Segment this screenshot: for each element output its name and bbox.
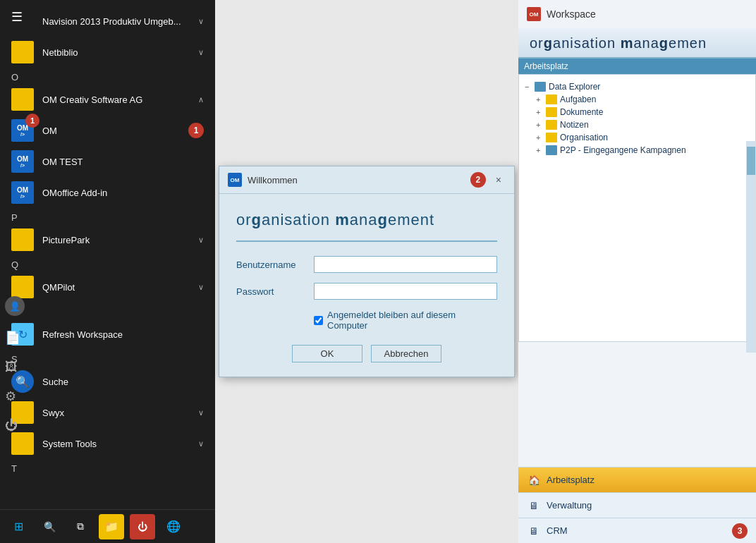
arbeitsplatz-label: Arbeitsplatz: [547, 475, 595, 485]
menu-item-qmpilot[interactable]: QMPilot ∨: [0, 272, 215, 303]
password-input[interactable]: [314, 283, 497, 300]
edge-button[interactable]: 🌐: [161, 514, 186, 539]
section-letter-t: T: [0, 459, 215, 475]
p2p-folder-icon: [546, 145, 557, 155]
scrollbar-thumb: [747, 147, 755, 175]
modal-logo-text: organisation management: [236, 211, 434, 228]
menu-item-picturepark-label: PicturePark: [42, 235, 198, 245]
menu-item-om-label: OM: [42, 126, 184, 136]
organisation-expander-icon: +: [536, 133, 546, 142]
system-tools-chevron-icon: ∨: [198, 439, 204, 449]
modal-body: organisation management Benutzername Pas…: [219, 194, 514, 377]
tree-item-notizen[interactable]: + Notizen: [522, 118, 752, 131]
windows-icon: ⊞: [14, 520, 23, 533]
netbiblio-icon: [11, 41, 34, 63]
password-label: Passwort: [236, 286, 314, 297]
power-taskbar-button[interactable]: ⏻: [130, 514, 155, 539]
menu-item-netbiblio[interactable]: Netbiblio ∨: [0, 37, 215, 68]
ok-button[interactable]: OK: [292, 345, 362, 362]
image-icon[interactable]: 🖼: [5, 360, 25, 374]
section-letter-r: R: [0, 303, 215, 319]
picturepark-chevron-icon: ∨: [198, 236, 204, 245]
hamburger-button[interactable]: ☰: [0, 0, 34, 34]
menu-item-om-test[interactable]: OM /> OM TEST: [0, 146, 215, 177]
menu-item-suche-label: Suche: [42, 377, 204, 387]
explorer-button[interactable]: 📁: [99, 514, 124, 539]
aufgaben-folder-icon: [546, 94, 557, 104]
swyx-chevron-icon: ∨: [198, 408, 204, 417]
tree-dokumente-label: Dokumente: [560, 107, 603, 117]
document-icon[interactable]: 📄: [5, 330, 25, 346]
remember-label: Angemeldet bleiben auf diesem Computer: [327, 310, 497, 331]
verwaltung-label: Verwaltung: [547, 500, 592, 511]
root-expander-icon: −: [525, 83, 535, 91]
section-letter-q: Q: [0, 255, 215, 272]
tree-organisation-label: Organisation: [560, 133, 608, 142]
step-1-badge: 1: [188, 123, 204, 138]
notizen-folder-icon: [546, 120, 557, 130]
tree-aufgaben-label: Aufgaben: [560, 94, 596, 104]
right-app-header: organisation managemen: [518, 28, 756, 59]
organisation-folder-icon: [546, 133, 557, 142]
tree-notizen-label: Notizen: [560, 120, 589, 130]
tree-item-aufgaben[interactable]: + Aufgaben: [522, 93, 752, 106]
right-nav-bar: Arbeitsplatz: [518, 59, 756, 74]
menu-item-system-tools[interactable]: System Tools ∨: [0, 428, 215, 459]
sidebar-icons-area: 👤 📄 🖼 ⚙ ⏻: [5, 296, 25, 433]
menu-item-picturepark[interactable]: PicturePark ∨: [0, 224, 215, 255]
user-circle-icon[interactable]: 👤: [5, 296, 25, 316]
bottom-nav: 🏠 Arbeitsplatz 🖥 Verwaltung 🖥 CRM 3: [518, 467, 756, 543]
remember-checkbox[interactable]: [314, 316, 323, 325]
scrollbar[interactable]: [746, 141, 756, 353]
netbiblio-chevron-icon: ∨: [198, 48, 204, 57]
login-dialog: OM Willkommen 2 × organisation managemen…: [219, 166, 515, 377]
tree-root-label: Data Explorer: [549, 82, 600, 92]
menu-item-omoffice-label: OMoffice Add-in: [42, 188, 204, 198]
nav-item-arbeitsplatz[interactable]: 🏠 Arbeitsplatz: [518, 467, 756, 492]
task-view-icon: ⧉: [77, 520, 84, 532]
modal-close-button[interactable]: ×: [492, 173, 506, 187]
power-sidebar-icon[interactable]: ⏻: [5, 418, 25, 433]
menu-item-om-creativ[interactable]: OM Creativ Software AG ∧: [0, 84, 215, 115]
step-3-badge: 3: [732, 523, 748, 539]
menu-item-omoffice[interactable]: OM /> OMoffice Add-in: [0, 177, 215, 208]
password-row: Passwort: [236, 283, 497, 300]
nav-item-crm[interactable]: 🖥 CRM 3: [518, 518, 756, 543]
menu-item-refresh[interactable]: ↻ Refresh Workspace: [0, 319, 215, 350]
tree-item-p2p[interactable]: + P2P - Eingegangene Kampagnen: [522, 144, 752, 157]
navision-chevron-icon: ∨: [198, 17, 204, 26]
nav-item-verwaltung[interactable]: 🖥 Verwaltung: [518, 492, 756, 518]
start-menu: Navision 2013 Produktiv Umgeb... ∨ Netbi…: [0, 0, 215, 543]
taskbar: ⊞ 🔍 ⧉ 📁 ⏻ 🌐: [0, 509, 215, 543]
right-titlebar: OM Workspace: [518, 0, 756, 28]
menu-item-om[interactable]: OM /> 1 OM 1: [0, 115, 215, 146]
tree-root-item[interactable]: − Data Explorer: [522, 80, 752, 93]
modal-title: Willkommen: [248, 175, 470, 185]
step-2-badge: 2: [470, 172, 486, 188]
modal-logo: organisation management: [236, 205, 497, 240]
modal-divider: [236, 240, 497, 242]
menu-item-swyx-label: Swyx: [42, 408, 198, 418]
gear-icon[interactable]: ⚙: [5, 389, 25, 404]
tree-item-organisation[interactable]: + Organisation: [522, 131, 752, 144]
arbeitsplatz-icon: 🏠: [527, 473, 541, 487]
menu-item-suche[interactable]: 🔍 Suche: [0, 366, 215, 397]
task-view-button[interactable]: ⧉: [68, 514, 93, 539]
section-letter-s: S: [0, 350, 215, 366]
username-input[interactable]: [314, 256, 497, 273]
om-creativ-icon: [11, 88, 34, 111]
right-panel: OM Workspace organisation managemen Arbe…: [518, 0, 756, 543]
username-row: Benutzername: [236, 256, 497, 273]
power-taskbar-icon: ⏻: [138, 521, 147, 532]
menu-item-system-tools-label: System Tools: [42, 439, 198, 449]
root-folder-icon: [535, 82, 546, 92]
qmpilot-icon: [11, 276, 34, 298]
p2p-expander-icon: +: [536, 146, 546, 154]
menu-item-swyx[interactable]: Swyx ∨: [0, 397, 215, 428]
dokumente-expander-icon: +: [536, 108, 546, 116]
remember-row: Angemeldet bleiben auf diesem Computer: [314, 310, 497, 331]
search-button[interactable]: 🔍: [37, 514, 62, 539]
windows-button[interactable]: ⊞: [6, 514, 31, 539]
cancel-button[interactable]: Abbrechen: [371, 345, 441, 362]
tree-item-dokumente[interactable]: + Dokumente: [522, 106, 752, 118]
